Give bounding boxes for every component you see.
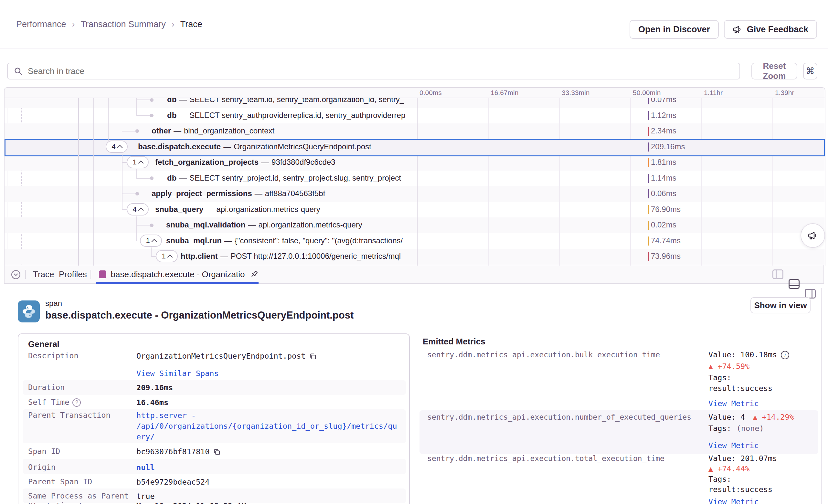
span-row[interactable]: snuba_query—api.organization.metrics-que…: [155, 205, 415, 214]
chevron-up-icon: [138, 207, 143, 213]
kv-value-self-time: 16.46ms: [136, 397, 399, 408]
span-duration: 2.34ms: [651, 126, 676, 136]
megaphone-icon: [733, 25, 742, 34]
span-bar[interactable]: [648, 189, 649, 198]
span-bar[interactable]: [648, 174, 649, 183]
emitted-metrics-heading: Emitted Metrics: [423, 337, 486, 347]
reset-zoom-button[interactable]: Reset Zoom: [751, 63, 797, 80]
collapse-panel-icon[interactable]: [10, 269, 21, 280]
span-duration: 74.74ms: [651, 236, 680, 246]
axis-tick-label: 1.11hr: [704, 89, 722, 97]
span-bar[interactable]: [648, 111, 649, 120]
open-in-discover-button[interactable]: Open in Discover: [629, 20, 719, 39]
span-row[interactable]: snuba_mql.validation—api.organization.me…: [166, 220, 415, 230]
detail-title: base.dispatch.execute - OrganizationMetr…: [45, 309, 354, 321]
copy-icon[interactable]: [213, 448, 221, 456]
layout-bottom-icon[interactable]: [789, 279, 799, 289]
span-bar[interactable]: [648, 205, 649, 214]
kv-value-span-id: bc963076bf817810: [136, 447, 399, 457]
span-row[interactable]: apply_project_permissions—aff88a704563f5…: [152, 189, 415, 198]
span-row[interactable]: db—SELECT sentry_project.id, sentry_proj…: [167, 173, 415, 183]
grid-line: [701, 88, 702, 265]
kv-value-parent-span-id: b54e9729bdeac524: [136, 477, 399, 488]
tree-guide: [93, 97, 94, 265]
span-bar[interactable]: [648, 221, 649, 230]
tab-divider: [25, 270, 26, 279]
trace-waterfall[interactable]: 4 1 4 1 1 db—SELECT sentry_team.id, sent…: [4, 87, 825, 265]
span-bar[interactable]: [648, 127, 649, 136]
grid-line: [488, 88, 489, 265]
tree-elbow: [151, 256, 156, 257]
badge-count: 1: [162, 252, 165, 260]
chevron-right-icon: ›: [172, 19, 174, 30]
trace-page: Performance › Transaction Summary › Trac…: [0, 0, 828, 504]
expand-badge[interactable]: 4: [127, 203, 149, 215]
command-icon: ⌘: [806, 66, 815, 76]
span-row[interactable]: fetch_organization_projects—93fd380df9c6…: [155, 157, 415, 167]
expand-badge[interactable]: 1: [127, 156, 149, 168]
view-metric-link[interactable]: View Metric: [708, 399, 759, 409]
chevron-right-icon: ›: [72, 19, 75, 30]
tree-elbow: [136, 178, 151, 179]
span-bar[interactable]: [648, 252, 649, 261]
search-input[interactable]: [27, 66, 739, 77]
shortcuts-button[interactable]: ⌘: [803, 63, 817, 80]
metric-delta: ▲ +74.59%: [708, 362, 749, 372]
metric-delta: ▲ +74.44%: [708, 464, 749, 474]
tab-profiles[interactable]: Profiles: [59, 269, 87, 280]
expand-badge[interactable]: 1: [156, 250, 178, 262]
search-icon: [13, 67, 23, 76]
view-similar-spans-link[interactable]: View Similar Spans: [136, 368, 399, 379]
detail-scrollbar[interactable]: [821, 288, 822, 504]
kv-label: Duration: [28, 382, 65, 392]
breadcrumb-trace: Trace: [180, 19, 202, 30]
kv-label: Description: [28, 351, 79, 361]
view-metric-link[interactable]: View Metric: [708, 441, 759, 451]
metric-tags-label: Tags:: [708, 474, 731, 484]
badge-count: 1: [146, 237, 150, 245]
tree-guide: [136, 216, 137, 241]
span-row[interactable]: snuba_mql.run—{"consistent": false, "que…: [166, 236, 415, 246]
expand-badge[interactable]: 1: [140, 235, 162, 247]
tab-trace[interactable]: Trace: [33, 269, 54, 280]
metric-tags-value: result:success: [708, 485, 773, 495]
span-duration: 0.02ms: [651, 220, 676, 230]
breadcrumb-transaction-summary[interactable]: Transaction Summary: [81, 19, 166, 30]
badge-count: 1: [132, 158, 136, 166]
tab-active-span[interactable]: base.dispatch.execute - Organizatio…: [96, 265, 258, 283]
give-feedback-button[interactable]: Give Feedback: [724, 20, 817, 39]
info-icon[interactable]: i: [781, 351, 789, 359]
axis-tick-label: 33.33min: [562, 89, 589, 97]
parent-transaction-link[interactable]: http.server - /api/0/organizations/{orga…: [136, 410, 399, 442]
span-row[interactable]: base.dispatch.execute—OrganizationMetric…: [138, 142, 415, 152]
span-row[interactable]: http.client—POST http://127.0.0.1:10006/…: [181, 251, 415, 261]
view-metric-link[interactable]: View Metric: [708, 497, 759, 504]
span-row[interactable]: other—bind_organization_context: [152, 126, 415, 136]
kv-label: Same Process as Parent: [28, 491, 129, 501]
axis-tick-label: 16.67min: [491, 89, 519, 97]
breadcrumb-performance[interactable]: Performance: [16, 19, 66, 30]
pin-icon[interactable]: [249, 270, 258, 279]
tree-guide: [108, 97, 109, 141]
span-dot: [150, 114, 154, 117]
metric-tags-label: Tags:: [708, 373, 731, 383]
metric-value: Value: 100.18ms i: [708, 350, 789, 360]
show-in-view-button[interactable]: Show in view: [750, 297, 811, 313]
kv-value-origin: null: [136, 462, 399, 473]
kv-label: Origin: [28, 462, 55, 472]
layout-left-icon[interactable]: [773, 269, 783, 279]
feedback-fab[interactable]: [800, 223, 825, 248]
span-bar[interactable]: [648, 142, 649, 152]
span-dot: [150, 176, 154, 180]
give-feedback-label: Give Feedback: [747, 25, 809, 35]
span-bar[interactable]: [648, 237, 649, 246]
tab-active-label: base.dispatch.execute - Organizatio…: [111, 269, 245, 280]
span-duration: 0.06ms: [651, 189, 676, 198]
copy-icon[interactable]: [308, 352, 317, 361]
span-bar[interactable]: [648, 158, 649, 167]
grid-line: [773, 88, 773, 265]
help-icon[interactable]: ?: [72, 398, 81, 407]
general-heading: General: [28, 339, 59, 349]
expand-badge[interactable]: 4: [106, 140, 128, 153]
span-row[interactable]: db—SELECT sentry_authproviderreplica.id,…: [167, 111, 415, 120]
